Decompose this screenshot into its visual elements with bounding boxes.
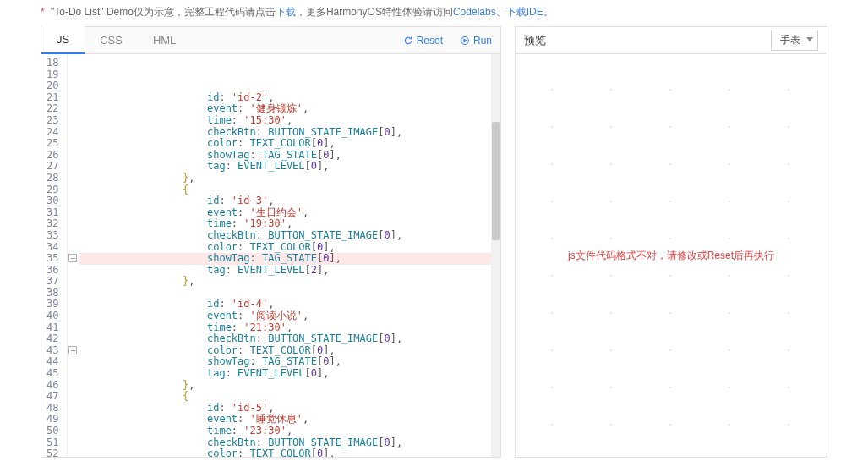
- run-icon: [460, 36, 470, 46]
- fold-toggle[interactable]: –: [68, 346, 77, 354]
- tabs-bar: JS CSS HML Reset Run: [41, 27, 500, 54]
- preview-panel: 预览 手表 js文件代码格式不对，请修改或Reset后再执行: [515, 26, 827, 458]
- notice-sep: 、: [496, 6, 506, 18]
- reset-button[interactable]: Reset: [395, 35, 451, 47]
- tab-css[interactable]: CSS: [85, 27, 138, 53]
- preview-body: js文件代码格式不对，请修改或Reset后再执行: [516, 54, 827, 457]
- notice-star: *: [41, 6, 45, 18]
- code-content[interactable]: id: 'id-2', event: '健身锻炼', time: '15:30'…: [79, 54, 491, 457]
- codelabs-link[interactable]: Codelabs: [453, 6, 496, 18]
- line-gutter: 1819202122232425262728293031323334353637…: [41, 54, 68, 457]
- scrollbar-thumb[interactable]: [492, 122, 500, 240]
- fold-column: ––: [68, 54, 79, 457]
- run-button[interactable]: Run: [451, 35, 500, 47]
- device-select[interactable]: 手表: [771, 30, 818, 51]
- download-link[interactable]: 下载: [276, 6, 296, 18]
- notice-bar: * "To-Do List" Demo仅为示意，完整工程代码请点击下载，更多Ha…: [0, 0, 868, 26]
- notice-text-1: "To-Do List" Demo仅为示意，完整工程代码请点击: [51, 6, 276, 18]
- code-editor[interactable]: 1819202122232425262728293031323334353637…: [41, 54, 500, 457]
- notice-text-2: ，更多HarmonyOS特性体验请访问: [296, 6, 453, 18]
- reset-icon: [403, 36, 413, 46]
- code-panel: JS CSS HML Reset Run 1819202122232425262…: [41, 26, 501, 458]
- tab-hml[interactable]: HML: [138, 27, 191, 53]
- preview-title: 预览: [524, 33, 546, 48]
- preview-error-message: js文件代码格式不对，请修改或Reset后再执行: [568, 249, 774, 263]
- notice-end: 。: [543, 6, 554, 18]
- tab-js[interactable]: JS: [41, 26, 85, 54]
- preview-header: 预览 手表: [516, 27, 827, 54]
- ide-link[interactable]: 下载IDE: [506, 6, 543, 18]
- fold-toggle[interactable]: –: [68, 254, 77, 262]
- vertical-scrollbar[interactable]: [491, 54, 500, 457]
